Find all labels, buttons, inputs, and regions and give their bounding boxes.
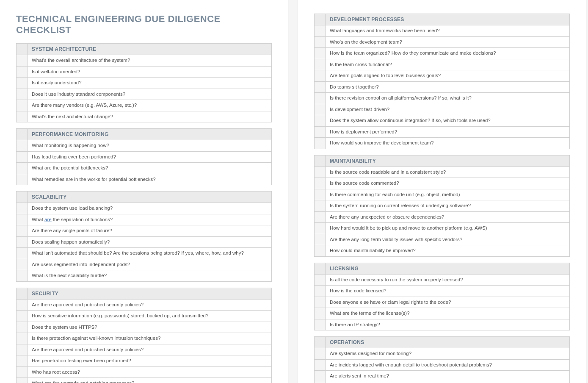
question-row: How is the team organized? How do they c…	[314, 48, 570, 59]
section: PERFORMANCE MONITORINGWhat monitoring is…	[16, 128, 272, 185]
checkbox-cell[interactable]	[315, 200, 326, 211]
checkbox-cell[interactable]	[315, 371, 326, 382]
question-row: How is the code licensed?	[314, 286, 570, 297]
checkbox-cell[interactable]	[17, 322, 28, 333]
section-header: PERFORMANCE MONITORING	[28, 129, 271, 140]
checkbox-cell[interactable]	[315, 212, 326, 223]
checkbox-cell[interactable]	[17, 203, 28, 214]
checkbox-cell[interactable]	[315, 308, 326, 319]
question-row: What are the upgrade and patching proces…	[16, 378, 272, 383]
checkbox-cell[interactable]	[17, 237, 28, 248]
question-text: What languages and frameworks have been …	[326, 25, 569, 36]
checkbox-cell[interactable]	[315, 167, 326, 178]
checkbox-cell[interactable]	[315, 48, 326, 59]
question-text: Are there any unexpected or obscure depe…	[326, 212, 569, 223]
section: DEVELOPMENT PROCESSESWhat languages and …	[314, 14, 570, 149]
section-header-row: SCALABILITY	[16, 191, 272, 203]
question-row: Are there any single points of failure?	[16, 225, 272, 237]
checkbox-cell[interactable]	[17, 355, 28, 366]
section-header-row: DEVELOPMENT PROCESSES	[314, 14, 570, 25]
question-text: What remedies are in the works for poten…	[28, 174, 271, 185]
checkbox-cell[interactable]	[17, 55, 28, 66]
checkbox-cell[interactable]	[17, 100, 28, 111]
section-header: LICENSING	[326, 263, 569, 274]
checkbox-cell[interactable]	[17, 378, 28, 383]
checkbox-cell[interactable]	[315, 25, 326, 36]
checkbox-cell[interactable]	[17, 225, 28, 236]
checkbox-cell[interactable]	[315, 360, 326, 371]
checkbox-cell[interactable]	[315, 348, 326, 359]
question-row: Is the team cross-functional?	[314, 59, 570, 71]
question-row: What are the separation of functions?	[16, 214, 272, 226]
question-row: Are there many vendors (e.g. AWS, Azure,…	[16, 100, 272, 111]
checkbox-cell[interactable]	[17, 140, 28, 151]
question-text: What's the next architectural change?	[28, 111, 271, 122]
checkbox-cell[interactable]	[315, 234, 326, 245]
checkbox-cell[interactable]	[17, 214, 28, 225]
checkbox-cell[interactable]	[315, 275, 326, 286]
question-row: Are team goals aligned to top level busi…	[314, 70, 570, 82]
question-text: Are there many vendors (e.g. AWS, Azure,…	[28, 100, 271, 111]
checkbox-cell[interactable]	[17, 67, 28, 78]
question-text: Is the team cross-functional?	[326, 59, 569, 70]
question-text: Does the system allow continuous integra…	[326, 115, 569, 126]
checkbox-cell[interactable]	[315, 37, 326, 48]
section: SECURITYAre there approved and published…	[16, 288, 272, 383]
checkbox-cell[interactable]	[17, 344, 28, 355]
checkbox-cell[interactable]	[315, 319, 326, 330]
checkbox-cell[interactable]	[17, 311, 28, 322]
question-row: Who has root access?	[16, 367, 272, 378]
question-row: Is it easily understood?	[16, 78, 272, 89]
section-check-cell	[17, 129, 28, 140]
question-text: Are team goals aligned to top level busi…	[326, 70, 569, 81]
question-row: Is the source code commented?	[314, 178, 570, 189]
question-text: Is there protection against well-known i…	[28, 333, 271, 344]
checkbox-cell[interactable]	[315, 286, 326, 297]
checkbox-cell[interactable]	[315, 223, 326, 234]
checkbox-cell[interactable]	[17, 163, 28, 174]
question-row: Has penetration testing ever been perfor…	[16, 355, 272, 367]
checkbox-cell[interactable]	[315, 245, 326, 256]
checkbox-cell[interactable]	[315, 93, 326, 104]
checkbox-cell[interactable]	[315, 82, 326, 93]
question-text: Is development test-driven?	[326, 104, 569, 115]
question-text: Does anyone else have or clam legal righ…	[326, 297, 569, 308]
checkbox-cell[interactable]	[315, 297, 326, 308]
section-header-row: MAINTAINABILITY	[314, 155, 570, 167]
question-row: What monitoring is happening now?	[16, 140, 272, 152]
checkbox-cell[interactable]	[17, 111, 28, 122]
checkbox-cell[interactable]	[17, 78, 28, 89]
question-row: Has load testing ever been performed?	[16, 152, 272, 163]
question-row: How would you improve the development te…	[314, 138, 570, 149]
checkbox-cell[interactable]	[315, 115, 326, 126]
checkbox-cell[interactable]	[315, 127, 326, 138]
question-text: How hard would it be to pick up and move…	[326, 223, 569, 234]
checkbox-cell[interactable]	[315, 189, 326, 200]
checkbox-cell[interactable]	[315, 104, 326, 115]
question-text: What's the overall architecture of the s…	[28, 55, 271, 66]
section-header: SYSTEM ARCHITECTURE	[28, 44, 271, 55]
right-sections: DEVELOPMENT PROCESSESWhat languages and …	[314, 14, 570, 383]
section-check-cell	[17, 44, 28, 55]
checkbox-cell[interactable]	[17, 259, 28, 270]
checkbox-cell[interactable]	[315, 138, 326, 149]
question-row: Is the system running on current release…	[314, 200, 570, 212]
checkbox-cell[interactable]	[315, 59, 326, 70]
checkbox-cell[interactable]	[17, 333, 28, 344]
section-header-row: SECURITY	[16, 288, 272, 300]
question-row: What are the potential bottlenecks?	[16, 163, 272, 174]
checkbox-cell[interactable]	[17, 248, 28, 259]
checkbox-cell[interactable]	[17, 152, 28, 163]
checkbox-cell[interactable]	[315, 70, 326, 81]
checkbox-cell[interactable]	[17, 367, 28, 378]
section-check-cell	[315, 263, 326, 274]
section-check-cell	[315, 14, 326, 25]
checkbox-cell[interactable]	[17, 89, 28, 100]
checkbox-cell[interactable]	[315, 178, 326, 189]
checkbox-cell[interactable]	[17, 270, 28, 281]
question-row: Is there an IP strategy?	[314, 319, 570, 331]
checkbox-cell[interactable]	[17, 174, 28, 185]
question-row: Are there approved and published securit…	[16, 300, 272, 311]
question-text: What isn't automated that should be? Are…	[28, 248, 271, 259]
checkbox-cell[interactable]	[17, 300, 28, 311]
